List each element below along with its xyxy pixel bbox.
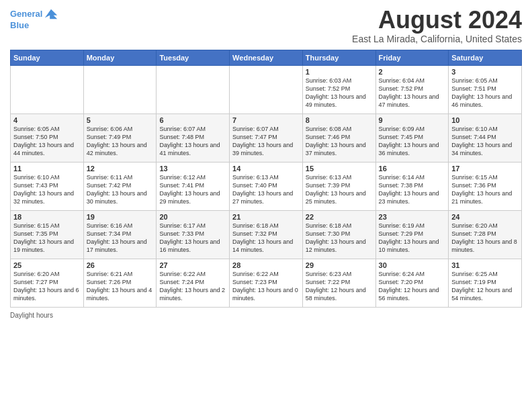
calendar-cell: 19Sunrise: 6:16 AM Sunset: 7:34 PM Dayli…: [83, 210, 157, 259]
daylight-label: Daylight hours: [10, 312, 53, 319]
calendar-week-1: 1Sunrise: 6:03 AM Sunset: 7:52 PM Daylig…: [11, 65, 522, 113]
day-info: Sunrise: 6:17 AM Sunset: 7:33 PM Dayligh…: [159, 222, 226, 255]
day-info: Sunrise: 6:21 AM Sunset: 7:26 PM Dayligh…: [87, 270, 154, 303]
calendar-cell: 14Sunrise: 6:13 AM Sunset: 7:40 PM Dayli…: [230, 162, 303, 210]
calendar-week-5: 25Sunrise: 6:20 AM Sunset: 7:27 PM Dayli…: [11, 259, 522, 307]
calendar-cell: 15Sunrise: 6:13 AM Sunset: 7:39 PM Dayli…: [302, 162, 375, 210]
day-number: 18: [13, 213, 81, 221]
day-info: Sunrise: 6:18 AM Sunset: 7:30 PM Dayligh…: [306, 222, 373, 255]
day-number: 6: [159, 116, 226, 124]
calendar-cell: 24Sunrise: 6:20 AM Sunset: 7:28 PM Dayli…: [449, 210, 522, 259]
col-wednesday: Wednesday: [230, 50, 303, 65]
col-tuesday: Tuesday: [157, 50, 230, 65]
day-number: 23: [379, 213, 446, 221]
day-number: 28: [232, 261, 300, 269]
day-info: Sunrise: 6:25 AM Sunset: 7:19 PM Dayligh…: [451, 270, 519, 303]
subtitle: East La Mirada, California, United State…: [352, 34, 522, 44]
calendar-week-2: 4Sunrise: 6:05 AM Sunset: 7:50 PM Daylig…: [11, 113, 522, 162]
day-info: Sunrise: 6:22 AM Sunset: 7:23 PM Dayligh…: [232, 270, 300, 303]
day-number: 24: [451, 213, 519, 221]
calendar-cell: 25Sunrise: 6:20 AM Sunset: 7:27 PM Dayli…: [11, 259, 84, 307]
day-info: Sunrise: 6:11 AM Sunset: 7:42 PM Dayligh…: [87, 173, 154, 206]
calendar-cell: [83, 65, 157, 113]
col-thursday: Thursday: [302, 50, 375, 65]
footer: Daylight hours: [10, 312, 522, 319]
day-number: 12: [87, 165, 154, 173]
day-info: Sunrise: 6:22 AM Sunset: 7:24 PM Dayligh…: [159, 270, 226, 303]
day-info: Sunrise: 6:23 AM Sunset: 7:22 PM Dayligh…: [306, 270, 373, 303]
day-info: Sunrise: 6:13 AM Sunset: 7:40 PM Dayligh…: [232, 173, 300, 206]
logo-text: General: [10, 9, 42, 19]
calendar-cell: 6Sunrise: 6:07 AM Sunset: 7:48 PM Daylig…: [157, 113, 230, 162]
day-info: Sunrise: 6:16 AM Sunset: 7:34 PM Dayligh…: [87, 222, 154, 255]
day-number: 25: [13, 261, 81, 269]
calendar-cell: 16Sunrise: 6:14 AM Sunset: 7:38 PM Dayli…: [375, 162, 449, 210]
calendar-cell: 5Sunrise: 6:06 AM Sunset: 7:49 PM Daylig…: [83, 113, 157, 162]
day-info: Sunrise: 6:09 AM Sunset: 7:45 PM Dayligh…: [379, 125, 446, 158]
calendar-cell: 12Sunrise: 6:11 AM Sunset: 7:42 PM Dayli…: [83, 162, 157, 210]
logo-blue-text: Blue: [10, 20, 29, 31]
header: General Blue August 2024 East La Mirada,…: [10, 7, 522, 44]
calendar-cell: 28Sunrise: 6:22 AM Sunset: 7:23 PM Dayli…: [230, 259, 303, 307]
calendar-cell: 30Sunrise: 6:24 AM Sunset: 7:20 PM Dayli…: [375, 259, 449, 307]
calendar-cell: 10Sunrise: 6:10 AM Sunset: 7:44 PM Dayli…: [449, 113, 522, 162]
day-info: Sunrise: 6:03 AM Sunset: 7:52 PM Dayligh…: [306, 77, 373, 109]
day-number: 5: [87, 116, 154, 124]
day-number: 26: [87, 261, 154, 269]
day-info: Sunrise: 6:19 AM Sunset: 7:29 PM Dayligh…: [379, 222, 446, 255]
calendar-cell: 9Sunrise: 6:09 AM Sunset: 7:45 PM Daylig…: [375, 113, 449, 162]
day-number: 21: [232, 213, 300, 221]
day-number: 29: [306, 261, 373, 269]
day-info: Sunrise: 6:20 AM Sunset: 7:28 PM Dayligh…: [451, 222, 519, 255]
calendar-cell: 4Sunrise: 6:05 AM Sunset: 7:50 PM Daylig…: [11, 113, 84, 162]
day-number: 10: [451, 116, 519, 124]
day-info: Sunrise: 6:18 AM Sunset: 7:32 PM Dayligh…: [232, 222, 300, 255]
day-info: Sunrise: 6:06 AM Sunset: 7:49 PM Dayligh…: [87, 125, 154, 158]
main-title: August 2024: [352, 7, 522, 34]
calendar-cell: [230, 65, 303, 113]
logo-icon: [44, 7, 58, 21]
svg-marker-0: [45, 9, 57, 19]
day-number: 27: [159, 261, 226, 269]
calendar-cell: 1Sunrise: 6:03 AM Sunset: 7:52 PM Daylig…: [302, 65, 375, 113]
page: General Blue August 2024 East La Mirada,…: [0, 0, 532, 411]
day-number: 8: [306, 116, 373, 124]
day-number: 9: [379, 116, 446, 124]
calendar-cell: 3Sunrise: 6:05 AM Sunset: 7:51 PM Daylig…: [449, 65, 522, 113]
calendar-week-4: 18Sunrise: 6:15 AM Sunset: 7:35 PM Dayli…: [11, 210, 522, 259]
col-monday: Monday: [83, 50, 157, 65]
calendar-cell: 21Sunrise: 6:18 AM Sunset: 7:32 PM Dayli…: [230, 210, 303, 259]
day-info: Sunrise: 6:05 AM Sunset: 7:50 PM Dayligh…: [13, 125, 81, 158]
day-info: Sunrise: 6:20 AM Sunset: 7:27 PM Dayligh…: [13, 270, 81, 303]
day-number: 22: [306, 213, 373, 221]
day-number: 19: [87, 213, 154, 221]
calendar-cell: 8Sunrise: 6:08 AM Sunset: 7:46 PM Daylig…: [302, 113, 375, 162]
day-number: 16: [379, 165, 446, 173]
day-number: 14: [232, 165, 300, 173]
calendar-body: 1Sunrise: 6:03 AM Sunset: 7:52 PM Daylig…: [11, 65, 522, 307]
day-number: 1: [306, 68, 373, 76]
calendar-week-3: 11Sunrise: 6:10 AM Sunset: 7:43 PM Dayli…: [11, 162, 522, 210]
day-number: 2: [379, 68, 446, 76]
calendar-cell: 22Sunrise: 6:18 AM Sunset: 7:30 PM Dayli…: [302, 210, 375, 259]
day-number: 31: [451, 261, 519, 269]
day-info: Sunrise: 6:15 AM Sunset: 7:35 PM Dayligh…: [13, 222, 81, 255]
day-info: Sunrise: 6:14 AM Sunset: 7:38 PM Dayligh…: [379, 173, 446, 206]
calendar-cell: 7Sunrise: 6:07 AM Sunset: 7:47 PM Daylig…: [230, 113, 303, 162]
calendar-cell: 18Sunrise: 6:15 AM Sunset: 7:35 PM Dayli…: [11, 210, 84, 259]
calendar-cell: 29Sunrise: 6:23 AM Sunset: 7:22 PM Dayli…: [302, 259, 375, 307]
col-friday: Friday: [375, 50, 449, 65]
day-number: 13: [159, 165, 226, 173]
day-number: 17: [451, 165, 519, 173]
day-info: Sunrise: 6:04 AM Sunset: 7:52 PM Dayligh…: [379, 77, 446, 109]
col-saturday: Saturday: [449, 50, 522, 65]
day-number: 7: [232, 116, 300, 124]
day-number: 4: [13, 116, 81, 124]
calendar-cell: 27Sunrise: 6:22 AM Sunset: 7:24 PM Dayli…: [157, 259, 230, 307]
day-number: 3: [451, 68, 519, 76]
day-number: 15: [306, 165, 373, 173]
day-info: Sunrise: 6:10 AM Sunset: 7:43 PM Dayligh…: [13, 173, 81, 206]
day-info: Sunrise: 6:08 AM Sunset: 7:46 PM Dayligh…: [306, 125, 373, 158]
day-info: Sunrise: 6:07 AM Sunset: 7:47 PM Dayligh…: [232, 125, 300, 158]
day-number: 30: [379, 261, 446, 269]
